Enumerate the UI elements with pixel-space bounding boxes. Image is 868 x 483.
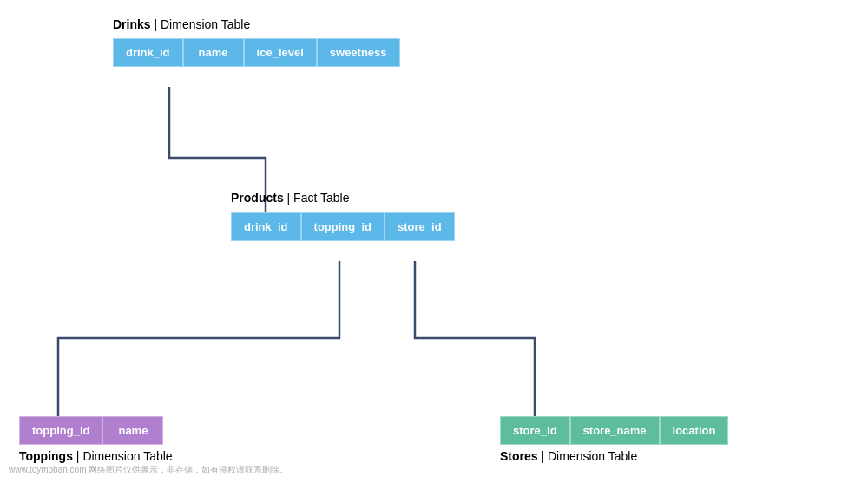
toppings-topping-id: topping_id [19,416,102,445]
products-store-id: store_id [385,212,455,241]
diagram-container: Drinks | Dimension Table drink_id name i… [0,0,868,483]
stores-table: store_id store_name location [500,416,728,445]
toppings-table: topping_id name [19,416,163,445]
products-to-toppings-line [58,261,339,416]
products-to-stores-line [415,261,535,416]
connectors-svg [0,0,868,483]
stores-label: Stores | Dimension Table [500,449,637,463]
stores-store-name: store_name [570,416,660,445]
drinks-label: Drinks | Dimension Table [113,17,250,31]
drinks-table: drink_id name ice_level sweetness [113,38,400,67]
products-table: drink_id topping_id store_id [231,212,455,241]
toppings-label: Toppings | Dimension Table [19,449,173,463]
drinks-sweetness: sweetness [317,38,400,67]
stores-location: location [660,416,729,445]
drinks-ice-level: ice_level [244,38,317,67]
products-label: Products | Fact Table [231,191,349,205]
watermark: www.toymoban.com 网络图片仅供展示，非存储，如有侵权请联系删除。 [9,464,288,476]
products-drink-id: drink_id [231,212,301,241]
drinks-to-products-line [169,87,266,230]
stores-store-id: store_id [500,416,570,445]
products-topping-id: topping_id [301,212,385,241]
drinks-drink-id: drink_id [113,38,183,67]
toppings-name: name [102,416,163,445]
drinks-name: name [183,38,244,67]
